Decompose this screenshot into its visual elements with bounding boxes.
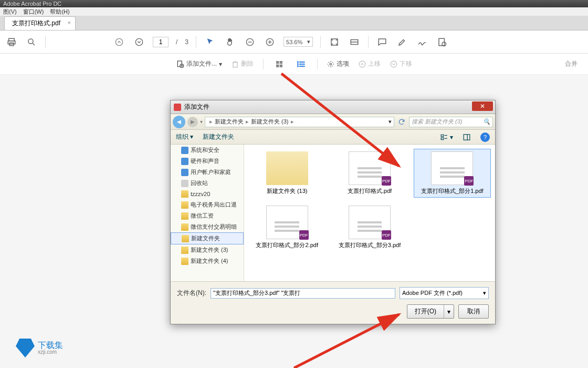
- page-number-input[interactable]: [153, 37, 169, 47]
- refresh-button[interactable]: [396, 117, 407, 127]
- svg-point-6: [135, 38, 142, 45]
- fit-page-icon[interactable]: [328, 36, 341, 48]
- sign-icon[interactable]: [416, 36, 428, 48]
- breadcrumb-sep: ▸: [209, 118, 213, 125]
- pdf-icon: [174, 104, 181, 111]
- breadcrumb[interactable]: ▸ 新建文件夹 ▸ 新建文件夹 (3) ▸ ▾: [205, 117, 394, 127]
- hand-tool-icon[interactable]: [224, 36, 236, 48]
- merge-button[interactable]: 合并: [565, 59, 578, 68]
- folder-icon: [181, 247, 188, 254]
- options-button[interactable]: 选项: [327, 59, 349, 68]
- zoom-value: 53.6%: [286, 39, 302, 45]
- chevron-down-icon[interactable]: ▾: [388, 118, 392, 125]
- open-button[interactable]: 打开(O) ▾: [407, 304, 454, 319]
- filename-label: 文件名(N):: [177, 289, 206, 298]
- fit-width-icon[interactable]: [348, 36, 361, 48]
- tabstrip: 支票打印格式.pdf ×: [0, 16, 588, 30]
- open-label: 打开(O): [407, 305, 444, 318]
- menu-help[interactable]: 帮助(H): [50, 8, 69, 16]
- view-mode-button[interactable]: ▾: [439, 134, 453, 141]
- chevron-down-icon[interactable]: ▾: [444, 306, 454, 318]
- tree-item[interactable]: tzzzv20: [171, 189, 244, 199]
- pdf-thumb-icon: PDF: [349, 151, 391, 185]
- chevron-down-icon: ▾: [307, 38, 310, 45]
- add-files-button[interactable]: 添加文件... ▾: [176, 59, 222, 68]
- svg-rect-21: [233, 62, 237, 67]
- cancel-button[interactable]: 取消: [458, 304, 489, 319]
- zoom-out-icon[interactable]: [244, 36, 256, 48]
- main-toolbar: / 3 53.6% ▾: [0, 30, 588, 54]
- tree-item[interactable]: 微信工资: [171, 210, 244, 221]
- folder-icon: [181, 258, 188, 265]
- list-view-icon[interactable]: [295, 58, 308, 70]
- search-placeholder: 搜索 新建文件夹 (3): [412, 118, 463, 126]
- chevron-down-icon: ▾: [450, 134, 453, 141]
- page-up-icon[interactable]: [113, 36, 125, 48]
- select-tool-icon[interactable]: [204, 36, 216, 48]
- folder-icon: [181, 212, 188, 220]
- breadcrumb-item[interactable]: 新建文件夹 (3): [251, 118, 289, 126]
- back-button[interactable]: ◄: [173, 116, 185, 128]
- dialog-toolbar: 组织 ▾ 新建文件夹 ▾ ?: [171, 130, 495, 145]
- page-down-icon[interactable]: [133, 36, 145, 48]
- preview-pane-button[interactable]: [463, 134, 471, 141]
- move-up-button[interactable]: 上移: [359, 59, 381, 68]
- file-name: 新建文件夹 (13): [267, 187, 308, 195]
- tree-item[interactable]: 用户帐户和家庭: [171, 167, 244, 178]
- file-item[interactable]: PDF支票打印格式_部分2.pdf: [248, 203, 326, 252]
- pdf-thumb-icon: PDF: [349, 206, 391, 239]
- watermark-logo: 下载集 xzji.com: [16, 339, 63, 357]
- download-icon: [16, 339, 35, 357]
- tree-item-label: 系统和安全: [191, 146, 219, 154]
- file-item[interactable]: PDF支票打印格式_部分3.pdf: [331, 203, 408, 252]
- thumbnail-view-icon[interactable]: [273, 58, 286, 70]
- document-tab[interactable]: 支票打印格式.pdf ×: [4, 16, 76, 30]
- help-button[interactable]: ?: [480, 132, 490, 142]
- move-down-button[interactable]: 下移: [390, 59, 412, 68]
- add-files-dialog: 添加文件 ✕ ◄ ► ▾ ▸ 新建文件夹 ▸ 新建文件夹 (3) ▸ ▾ 搜索 …: [170, 100, 496, 324]
- close-dialog-button[interactable]: ✕: [472, 101, 493, 111]
- tree-item[interactable]: 硬件和声音: [171, 156, 244, 167]
- tree-item[interactable]: 新建文件夹 (3): [171, 244, 244, 255]
- folder-tree[interactable]: 系统和安全硬件和声音用户帐户和家庭回收站tzzzv20电子税务局出口退微信工资微…: [171, 145, 244, 281]
- tree-item[interactable]: 新建文件夹 (4): [171, 255, 244, 267]
- dialog-footer: 文件名(N): Adobe PDF 文件 (*.pdf) ▾ 打开(O) ▾ 取…: [171, 281, 495, 324]
- move-up-label: 上移: [368, 59, 381, 68]
- file-item[interactable]: 新建文件夹 (13): [248, 149, 326, 198]
- chevron-down-icon[interactable]: ▾: [200, 119, 203, 125]
- breadcrumb-item[interactable]: 新建文件夹: [215, 118, 244, 126]
- zoom-in-icon[interactable]: [264, 36, 276, 48]
- file-list[interactable]: 新建文件夹 (13)PDF支票打印格式.pdfPDF支票打印格式_部分1.pdf…: [244, 145, 495, 281]
- filename-input[interactable]: [211, 288, 395, 299]
- filetype-select[interactable]: Adobe PDF 文件 (*.pdf) ▾: [400, 287, 489, 299]
- close-tab-icon[interactable]: ×: [68, 19, 71, 26]
- organize-button[interactable]: 组织 ▾: [176, 132, 193, 141]
- tree-item[interactable]: 微信支付交易明细: [171, 221, 244, 232]
- print-icon[interactable]: [5, 36, 18, 48]
- svg-point-35: [359, 61, 365, 67]
- file-name: 支票打印格式.pdf: [348, 187, 392, 195]
- comment-icon[interactable]: [376, 36, 388, 48]
- menu-view[interactable]: 图(V): [3, 8, 17, 16]
- file-item[interactable]: PDF支票打印格式.pdf: [331, 149, 408, 198]
- file-item[interactable]: PDF支票打印格式_部分1.pdf: [414, 149, 491, 198]
- tree-item[interactable]: 回收站: [171, 178, 244, 189]
- dialog-titlebar[interactable]: 添加文件 ✕: [171, 100, 495, 114]
- svg-point-32: [298, 64, 298, 64]
- forward-button[interactable]: ►: [187, 117, 198, 127]
- tree-item[interactable]: 新建文件夹: [171, 232, 244, 244]
- tree-item[interactable]: 系统和安全: [171, 145, 244, 156]
- tree-item-label: 新建文件夹 (4): [191, 257, 228, 265]
- tree-item[interactable]: 电子税务局出口退: [171, 199, 244, 210]
- menu-window[interactable]: 窗口(W): [23, 8, 44, 16]
- zoom-tool-icon[interactable]: [25, 36, 38, 48]
- new-folder-button[interactable]: 新建文件夹: [203, 132, 234, 141]
- delete-button[interactable]: 删除: [232, 59, 254, 68]
- zoom-level-select[interactable]: 53.6% ▾: [284, 37, 313, 47]
- file-name: 支票打印格式_部分2.pdf: [256, 241, 318, 249]
- tree-item-label: 硬件和声音: [191, 157, 219, 165]
- highlight-icon[interactable]: [396, 36, 408, 48]
- svg-point-5: [116, 38, 122, 45]
- stamp-icon[interactable]: [436, 36, 448, 48]
- search-input[interactable]: 搜索 新建文件夹 (3) 🔍: [409, 117, 493, 127]
